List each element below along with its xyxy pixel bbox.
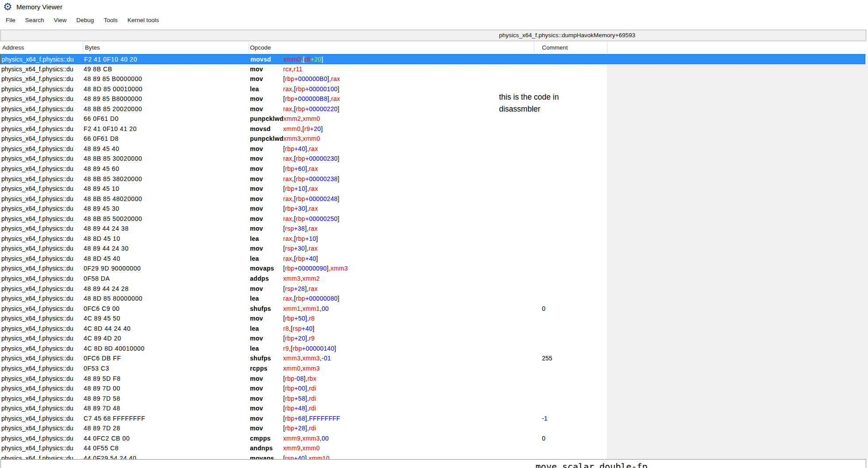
- address-cell[interactable]: physics_x64_f.physics::du: [1, 285, 83, 292]
- comment-cell[interactable]: 0: [542, 435, 545, 442]
- address-cell[interactable]: physics_x64_f.physics::du: [1, 175, 83, 182]
- bytes-cell[interactable]: 48 8B 85 48020000: [84, 195, 142, 202]
- address-cell[interactable]: physics_x64_f.physics::du: [1, 295, 83, 302]
- bytes-cell[interactable]: 48 8D 85 80000000: [84, 295, 142, 302]
- bytes-cell[interactable]: 48 89 45 10: [84, 185, 119, 192]
- address-cell[interactable]: physics_x64_f.physics::du: [1, 85, 83, 93]
- menu-item-view[interactable]: View: [49, 15, 72, 26]
- column-divider[interactable]: [249, 42, 249, 53]
- bytes-cell[interactable]: 4C 89 4D 20: [84, 335, 121, 342]
- comment-cell[interactable]: 0: [542, 305, 545, 312]
- disassembly-row[interactable]: physics_x64_f.physics::du48 89 5D F8mov[…: [0, 374, 868, 384]
- bytes-cell[interactable]: 0F53 C3: [84, 365, 109, 372]
- disassembly-row[interactable]: physics_x64_f.physics::du48 89 7D 00mov[…: [0, 383, 868, 394]
- bytes-cell[interactable]: 66 0F61 D8: [84, 135, 119, 142]
- bytes-cell[interactable]: 0F29 9D 90000000: [84, 265, 141, 272]
- menu-item-search[interactable]: Search: [20, 15, 49, 26]
- opcode-cell[interactable]: cmppsxmm9,xmm3,00: [250, 435, 329, 442]
- disassembly-row[interactable]: physics_x64_f.physics::du66 0F61 D8punpc…: [0, 134, 868, 144]
- address-cell[interactable]: physics_x64_f.physics::du: [1, 155, 83, 162]
- bytes-cell[interactable]: 44 0F29 54 24 40: [84, 455, 136, 459]
- opcode-cell[interactable]: andnpsxmm9,xmm0: [250, 445, 320, 452]
- disassembly-row[interactable]: physics_x64_f.physics::du48 89 85 B80000…: [0, 94, 868, 104]
- opcode-cell[interactable]: shufpsxmm3,xmm3,-01: [250, 355, 331, 362]
- bytes-cell[interactable]: 0FC6 DB FF: [84, 355, 121, 362]
- address-cell[interactable]: physics_x64_f.physics::du: [1, 75, 83, 82]
- disassembly-row[interactable]: physics_x64_f.physics::du48 89 7D 58mov[…: [0, 394, 868, 404]
- disassembly-row[interactable]: physics_x64_f.physics::du48 89 7D 28mov[…: [0, 423, 868, 433]
- opcode-cell[interactable]: movsdxmm0,[r9+20]: [250, 125, 323, 132]
- opcode-cell[interactable]: movrax,[rbp+00000230]: [250, 155, 339, 162]
- disassembly-row-selected[interactable]: physics_x64_f.physics::duF2 41 0F10 40 2…: [0, 54, 865, 64]
- opcode-cell[interactable]: movrax,[rbp+00000248]: [250, 195, 339, 202]
- opcode-cell[interactable]: addpsxmm3,xmm2: [250, 275, 320, 282]
- bytes-cell[interactable]: 48 89 85 B0000000: [84, 75, 142, 82]
- address-cell[interactable]: physics_x64_f.physics::du: [1, 415, 83, 422]
- menu-item-tools[interactable]: Tools: [99, 15, 123, 26]
- disassembly-row[interactable]: physics_x64_f.physics::du4C 8D 44 24 40l…: [0, 324, 868, 334]
- opcode-cell[interactable]: shufpsxmm1,xmm1,00: [250, 305, 329, 312]
- address-cell[interactable]: physics_x64_f.physics::du: [1, 355, 83, 362]
- opcode-cell[interactable]: mov[rbp+68],FFFFFFFF: [250, 415, 340, 422]
- address-cell[interactable]: physics_x64_f.physics::du: [1, 425, 83, 432]
- opcode-cell[interactable]: movaps[rbp+00000090],xmm3: [250, 265, 348, 272]
- disassembly-row[interactable]: physics_x64_f.physics::du48 8D 45 40lear…: [0, 254, 868, 264]
- bytes-cell[interactable]: 48 8B 85 38020000: [84, 175, 142, 182]
- bytes-cell[interactable]: 48 89 44 24 30: [84, 245, 129, 252]
- disassembly-row[interactable]: physics_x64_f.physics::du0F29 9D 9000000…: [0, 263, 868, 274]
- disassembly-row[interactable]: physics_x64_f.physics::du48 89 45 60mov[…: [0, 164, 868, 174]
- address-cell[interactable]: physics_x64_f.physics::du: [1, 125, 83, 132]
- address-cell[interactable]: physics_x64_f.physics::du: [1, 105, 83, 112]
- opcode-cell[interactable]: movrax,[rbp+00000250]: [250, 215, 339, 222]
- opcode-cell[interactable]: movrcx,r11: [250, 66, 303, 73]
- bytes-cell[interactable]: 4C 89 45 50: [84, 315, 120, 322]
- menu-item-kernel-tools[interactable]: Kernel tools: [123, 15, 164, 26]
- address-cell[interactable]: physics_x64_f.physics::du: [1, 115, 83, 122]
- bytes-cell[interactable]: 48 89 7D 00: [84, 385, 120, 392]
- disassembly-row[interactable]: physics_x64_f.physics::du0FC6 C9 00shufp…: [0, 304, 868, 314]
- address-cell[interactable]: physics_x64_f.physics::du: [1, 455, 83, 459]
- column-header-opcode[interactable]: Opcode: [250, 44, 271, 51]
- bytes-cell[interactable]: 48 8D 45 10: [84, 235, 120, 242]
- bytes-cell[interactable]: 49 8B CB: [84, 66, 112, 73]
- opcode-cell[interactable]: movsdxmm0,[r8+20]: [250, 56, 323, 63]
- opcode-cell[interactable]: lear9,[rbp+00000140]: [250, 345, 336, 352]
- bytes-cell[interactable]: F2 41 0F10 40 20: [84, 56, 137, 63]
- opcode-cell[interactable]: mov[rbp+000000B0],rax: [250, 75, 340, 82]
- address-cell[interactable]: physics_x64_f.physics::du: [1, 385, 83, 392]
- comment-cell[interactable]: -1: [542, 415, 547, 422]
- opcode-cell[interactable]: learax,[rbp+40]: [250, 255, 318, 262]
- disassembly-row[interactable]: physics_x64_f.physics::du44 0F29 54 24 4…: [0, 453, 868, 459]
- opcode-cell[interactable]: mov[rbp+28],rdi: [250, 425, 316, 432]
- disassembly-row[interactable]: physics_x64_f.physics::du0F53 C3rcppsxmm…: [0, 364, 868, 374]
- disassembly-row[interactable]: physics_x64_f.physics::du48 89 45 30mov[…: [0, 204, 868, 214]
- disassembly-row[interactable]: physics_x64_f.physics::du48 8B 85 500200…: [0, 214, 868, 224]
- disassembly-row[interactable]: physics_x64_f.physics::du48 89 44 24 30m…: [0, 244, 868, 254]
- address-cell[interactable]: physics_x64_f.physics::du: [1, 445, 83, 452]
- opcode-cell[interactable]: learax,[rbp+00000100]: [250, 85, 339, 93]
- disassembly-row[interactable]: physics_x64_f.physics::du48 89 7D 48mov[…: [0, 403, 868, 414]
- column-divider[interactable]: [83, 42, 83, 53]
- opcode-cell[interactable]: mov[rbp+20],r9: [250, 335, 315, 342]
- column-divider[interactable]: [607, 42, 607, 53]
- opcode-cell[interactable]: mov[rbp+10],rax: [250, 185, 318, 192]
- opcode-cell[interactable]: movrax,[rbp+00000238]: [250, 175, 339, 182]
- bytes-cell[interactable]: 48 8D 85 00010000: [84, 85, 142, 93]
- bytes-cell[interactable]: 48 89 45 60: [84, 165, 119, 172]
- address-cell[interactable]: physics_x64_f.physics::du: [1, 195, 83, 202]
- address-cell[interactable]: physics_x64_f.physics::du: [1, 325, 83, 332]
- address-cell[interactable]: physics_x64_f.physics::du: [1, 395, 83, 402]
- bytes-cell[interactable]: 48 8B 85 30020000: [84, 155, 142, 162]
- column-header-bytes[interactable]: Bytes: [85, 44, 100, 51]
- disassembly-row[interactable]: physics_x64_f.physics::du0F58 DAaddpsxmm…: [0, 274, 868, 284]
- disassembly-row[interactable]: physics_x64_f.physics::du48 8B 85 300200…: [0, 154, 868, 164]
- address-cell[interactable]: physics_x64_f.physics::du: [1, 225, 83, 232]
- opcode-cell[interactable]: mov[rbp-08],rbx: [250, 375, 316, 382]
- address-cell[interactable]: physics_x64_f.physics::du: [1, 435, 83, 442]
- address-cell[interactable]: physics_x64_f.physics::du: [1, 205, 83, 212]
- address-cell[interactable]: physics_x64_f.physics::du: [1, 95, 83, 102]
- address-cell[interactable]: physics_x64_f.physics::du: [1, 66, 83, 73]
- address-cell[interactable]: physics_x64_f.physics::du: [1, 335, 83, 342]
- bytes-cell[interactable]: C7 45 68 FFFFFFFF: [84, 415, 145, 422]
- opcode-cell[interactable]: movaps[rsp+40],xmm10: [250, 455, 330, 459]
